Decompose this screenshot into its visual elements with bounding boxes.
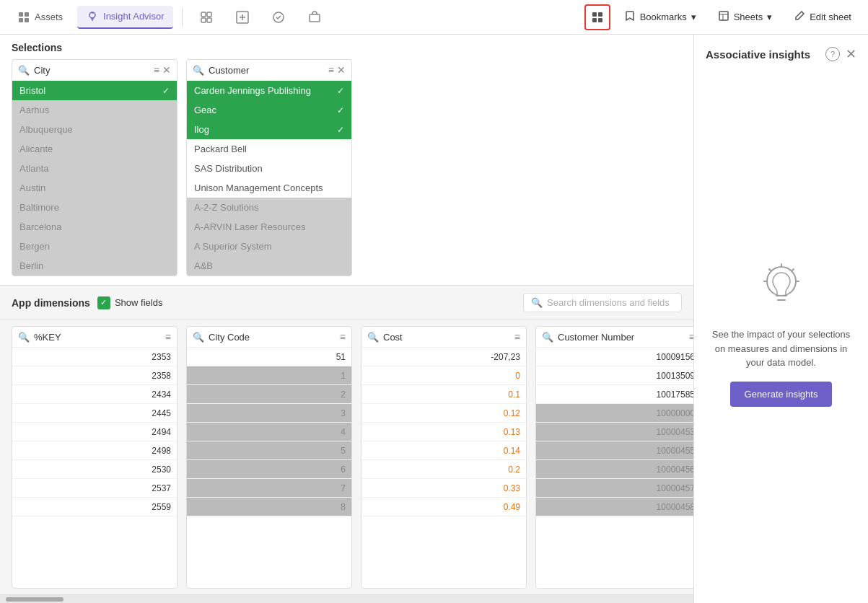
customer-item-2[interactable]: Ilog ✓ [187, 120, 351, 139]
customer-menu-icon[interactable]: ≡ [328, 64, 334, 76]
nav-tool-1[interactable] [191, 6, 222, 28]
svg-line-26 [769, 269, 771, 271]
city-item-aarhus[interactable]: Aarhus [12, 100, 177, 120]
city-item-austin[interactable]: Austin [12, 178, 177, 198]
dim-row[interactable]: 0.33 [361, 479, 526, 498]
dim-key-menu-icon[interactable]: ≡ [165, 331, 171, 343]
dim-row[interactable]: 4 [187, 423, 351, 441]
bottom-scrollbar[interactable] [0, 594, 693, 603]
dim-row[interactable]: 2445 [12, 404, 177, 423]
customer-item-6[interactable]: A-2-Z Solutions [187, 198, 351, 217]
sheets-chevron-icon: ▾ [767, 12, 772, 22]
help-icon[interactable]: ? [825, 47, 840, 61]
dim-city-code-title: City Code [209, 332, 336, 343]
nav-tool-2[interactable] [227, 6, 258, 28]
dim-row[interactable]: 0.1 [361, 385, 526, 404]
dim-row[interactable]: 51 [187, 348, 351, 366]
customer-item-0[interactable]: Carden Jennings Publishing ✓ [187, 81, 351, 100]
assets-icon [17, 11, 30, 24]
dim-row[interactable]: 2559 [12, 498, 177, 516]
sheets-label: Sheets [734, 12, 763, 22]
app-dimensions-bar: App dimensions ✓ Show fields 🔍 Search di… [0, 285, 693, 320]
dim-cost-menu-icon[interactable]: ≡ [514, 331, 520, 343]
city-item-barcelona[interactable]: Barcelona [12, 217, 177, 237]
show-fields-checkbox[interactable]: ✓ Show fields [97, 296, 162, 309]
customer-item-3[interactable]: Packard Bell [187, 139, 351, 159]
dim-row[interactable]: 2434 [12, 385, 177, 404]
right-panel-close-icon[interactable]: ✕ [846, 46, 856, 62]
svg-rect-9 [207, 12, 211, 17]
dim-card-cost: 🔍 Cost ≡ -207,23 0 0.1 0.12 0.13 0.14 0.… [361, 326, 527, 589]
dim-row[interactable]: 10000000 [536, 404, 693, 423]
svg-rect-16 [598, 12, 602, 17]
nav-insight-advisor[interactable]: Insight Advisor [77, 6, 173, 29]
sheets-button[interactable]: Sheets ▾ [710, 5, 780, 29]
city-item-berlin[interactable]: Berlin [12, 256, 177, 276]
dim-row[interactable]: 1 [187, 366, 351, 385]
dim-row[interactable]: 0 [361, 366, 526, 385]
nav-tool-4[interactable] [299, 6, 330, 28]
svg-rect-10 [201, 18, 206, 22]
dim-row[interactable]: 0.13 [361, 423, 526, 441]
scrollbar-thumb[interactable] [6, 597, 63, 602]
dim-row[interactable]: 0.12 [361, 404, 526, 423]
city-item-bergen[interactable]: Bergen [12, 237, 177, 256]
dim-row[interactable]: 2494 [12, 423, 177, 441]
dim-row[interactable]: 8 [187, 498, 351, 516]
svg-line-27 [792, 269, 794, 271]
dim-row[interactable]: -207,23 [361, 348, 526, 366]
dim-row[interactable]: 10013509 [536, 366, 693, 385]
dim-card-customer-number-header: 🔍 Customer Number ≡ [536, 327, 693, 348]
dim-row[interactable]: 2353 [12, 348, 177, 366]
right-panel: Associative insights ? ✕ See the impact … [693, 35, 868, 603]
nav-tool-3[interactable] [263, 6, 294, 28]
city-item-albuquerque[interactable]: Albuquerque [12, 120, 177, 139]
customer-close-icon[interactable]: ✕ [337, 64, 346, 76]
bookmarks-button[interactable]: Bookmarks ▾ [616, 5, 704, 29]
generate-insights-button[interactable]: Generate insights [730, 382, 833, 407]
dim-row[interactable]: 0.2 [361, 460, 526, 479]
city-item-atlanta[interactable]: Atlanta [12, 159, 177, 178]
grid-view-button[interactable] [584, 4, 610, 30]
customer-item-7[interactable]: A-ARVIN Laser Resources [187, 217, 351, 237]
city-menu-icon[interactable]: ≡ [154, 64, 159, 76]
dim-row[interactable]: 10017585 [536, 385, 693, 404]
city-item-bristol[interactable]: Bristol ✓ [12, 81, 177, 100]
city-item-baltimore[interactable]: Baltimore [12, 198, 177, 217]
city-close-icon[interactable]: ✕ [162, 64, 171, 76]
customer-item-9[interactable]: A&B [187, 256, 351, 276]
city-filter-actions: ≡ ✕ [154, 64, 171, 76]
dim-row[interactable]: 0.14 [361, 441, 526, 460]
dim-city-code-menu-icon[interactable]: ≡ [340, 331, 346, 343]
dim-row[interactable]: 2498 [12, 441, 177, 460]
dim-row[interactable]: 2530 [12, 460, 177, 479]
search-dimensions-input[interactable]: 🔍 Search dimensions and fields [523, 293, 682, 312]
dim-row[interactable]: 10000456 [536, 460, 693, 479]
dim-row[interactable]: 3 [187, 404, 351, 423]
city-title: City [34, 65, 149, 76]
content-area: Selections 🔍 City ≡ ✕ Bristol ✓ [0, 35, 693, 603]
customer-item-4[interactable]: SAS Distribution [187, 159, 351, 178]
dim-row[interactable]: 2 [187, 385, 351, 404]
customer-item-5[interactable]: Unison Management Concepts [187, 178, 351, 198]
selections-header: Selections [0, 35, 693, 53]
dim-row[interactable]: 10000455 [536, 441, 693, 460]
edit-sheet-button[interactable]: Edit sheet [786, 5, 859, 29]
dim-card-city-code: 🔍 City Code ≡ 51 1 2 3 4 5 6 7 8 [186, 326, 352, 589]
dim-row[interactable]: 5 [187, 441, 351, 460]
dim-row[interactable]: 10000453 [536, 423, 693, 441]
nav-assets[interactable]: Assets [9, 6, 71, 28]
dim-row[interactable]: 0.49 [361, 498, 526, 516]
dim-row[interactable]: 6 [187, 460, 351, 479]
dim-row[interactable]: 10000457 [536, 479, 693, 498]
dim-row[interactable]: 2537 [12, 479, 177, 498]
dim-row[interactable]: 10000458 [536, 498, 693, 516]
assets-label: Assets [35, 12, 63, 22]
dim-row[interactable]: 2358 [12, 366, 177, 385]
dim-cost-body: -207,23 0 0.1 0.12 0.13 0.14 0.2 0.33 0.… [361, 348, 526, 588]
dim-row[interactable]: 7 [187, 479, 351, 498]
customer-item-8[interactable]: A Superior System [187, 237, 351, 256]
dim-row[interactable]: 10009156 [536, 348, 693, 366]
city-item-alicante[interactable]: Alicante [12, 139, 177, 159]
customer-item-1[interactable]: Geac ✓ [187, 100, 351, 120]
